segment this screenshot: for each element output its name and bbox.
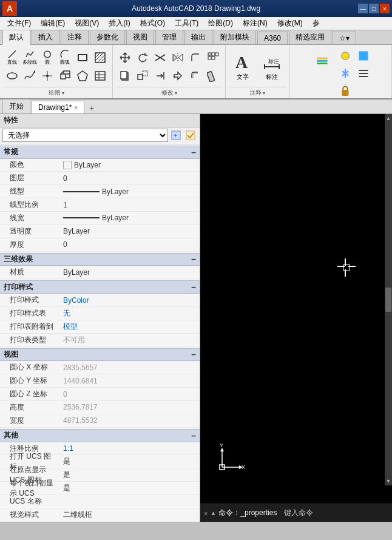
tool-array[interactable]	[204, 49, 221, 66]
scroll-up-btn[interactable]: ▲	[386, 115, 391, 121]
tab-manage[interactable]: 管理	[155, 30, 183, 44]
tool-region[interactable]	[74, 67, 91, 84]
menu-format[interactable]: 格式(O)	[135, 17, 170, 30]
tab-view[interactable]: 视图	[126, 30, 154, 44]
prop-row-ucs-name: UCS 名称	[0, 495, 200, 508]
menu-view[interactable]: 视图(V)	[70, 17, 104, 30]
svg-rect-38	[207, 71, 215, 82]
tool-block[interactable]	[56, 67, 73, 84]
tool-arc[interactable]: 圆弧	[56, 49, 73, 66]
prop-row-ucs-viewport: 每个视口都显示 UCS 是	[0, 482, 200, 495]
command-close-btn[interactable]: ×	[204, 510, 208, 517]
scroll-down-btn[interactable]: ▼	[386, 478, 391, 484]
tool-fillet[interactable]	[187, 49, 204, 66]
panel-draw-arrow[interactable]: ▾	[62, 90, 64, 96]
tool-offset[interactable]	[187, 67, 204, 84]
tool-layer-on[interactable]	[337, 47, 354, 64]
panel-annotation-label[interactable]: 注释 ▾	[229, 87, 285, 97]
section-other[interactable]: 其他 –	[0, 429, 200, 442]
tool-rect[interactable]	[74, 49, 91, 66]
menu-modify[interactable]: 修改(M)	[272, 17, 308, 30]
menu-dimension[interactable]: 标注(N)	[238, 17, 272, 30]
tool-polyline[interactable]: 多段线	[21, 49, 38, 66]
tab-star[interactable]: ☆▾	[333, 32, 356, 44]
menu-edit[interactable]: 编辑(E)	[36, 17, 70, 30]
section-general[interactable]: 常规 –	[0, 146, 200, 159]
draw-tools-row1: 直线 多段线 圆 圆弧	[4, 49, 109, 66]
tool-scale[interactable]	[134, 67, 151, 84]
section-view-toggle[interactable]: –	[191, 349, 196, 359]
command-expand-btn[interactable]: ▲	[210, 510, 216, 516]
vertical-scrollbar[interactable]: ▲ ▼	[385, 114, 392, 485]
tab-addons[interactable]: 附加模块	[214, 30, 256, 44]
tab-annotate[interactable]: 注释	[61, 30, 89, 44]
tab-output[interactable]: 输出	[184, 30, 212, 44]
menu-insert[interactable]: 插入(I)	[104, 17, 135, 30]
tool-layer-lock[interactable]	[337, 83, 354, 100]
tool-extend[interactable]	[152, 67, 169, 84]
tool-point[interactable]	[39, 67, 56, 84]
properties-quick-select-btn[interactable]	[184, 129, 197, 142]
tab-close-icon[interactable]: ×	[74, 104, 78, 111]
tool-copy[interactable]	[117, 67, 133, 84]
scroll-thumb[interactable]	[385, 288, 391, 312]
window-controls[interactable]: — □ ×	[358, 4, 390, 13]
panel-annotation-arrow[interactable]: ▾	[263, 90, 265, 96]
tool-hatch[interactable]	[92, 49, 109, 66]
tool-move[interactable]	[117, 49, 133, 66]
properties-add-btn[interactable]: +	[169, 129, 183, 142]
tool-spline[interactable]	[21, 67, 38, 84]
tool-layer-freeze[interactable]	[337, 65, 354, 82]
section-general-toggle[interactable]: –	[191, 147, 196, 157]
svg-point-1	[44, 51, 51, 58]
drawing-canvas[interactable]: Y X ▲ ▼	[200, 114, 392, 504]
close-button[interactable]: ×	[380, 4, 390, 13]
panel-modify-arrow[interactable]: ▾	[175, 90, 177, 96]
svg-rect-46	[317, 62, 328, 64]
properties-select[interactable]: 无选择	[2, 129, 168, 142]
tool-layer-properties[interactable]	[309, 47, 336, 74]
prop-row-thickness: 厚度 0	[0, 238, 200, 252]
svg-point-47	[342, 52, 350, 60]
section-view[interactable]: 视图 –	[0, 348, 200, 362]
main-area: Y X ▲ ▼ × ▲ 命令：_properties 键入命令	[200, 114, 392, 522]
section-other-toggle[interactable]: –	[191, 431, 196, 440]
command-input-hint[interactable]: 键入命令	[284, 508, 313, 518]
properties-title: 特性	[0, 114, 200, 127]
tool-erase[interactable]	[204, 67, 221, 84]
tool-line[interactable]: 直线	[4, 49, 21, 66]
section-print-toggle[interactable]: –	[191, 282, 196, 292]
section-3d-toggle[interactable]: –	[191, 254, 196, 264]
maximize-button[interactable]: □	[369, 4, 379, 13]
tool-ellipse[interactable]	[4, 67, 21, 84]
new-tab-button[interactable]: +	[86, 103, 98, 113]
tab-parametric[interactable]: 参数化	[90, 30, 125, 44]
minimize-button[interactable]: —	[358, 4, 368, 13]
tool-layer-color[interactable]	[355, 47, 372, 64]
tab-featured[interactable]: 精选应用	[289, 30, 331, 44]
tool-text[interactable]: A 文字	[229, 50, 256, 84]
section-print[interactable]: 打印样式 –	[0, 280, 200, 294]
tab-start[interactable]: 开始	[2, 99, 30, 113]
section-3d[interactable]: 三维效果 –	[0, 253, 200, 266]
tool-trim[interactable]	[152, 49, 169, 66]
tool-layer-list[interactable]	[355, 65, 372, 82]
tool-rotate[interactable]	[134, 49, 151, 66]
prop-row-layer: 图层 0	[0, 172, 200, 185]
tab-a360[interactable]: A360	[257, 32, 288, 44]
svg-rect-33	[121, 72, 127, 79]
menu-file[interactable]: 文件(F)	[2, 17, 36, 30]
tool-table[interactable]	[92, 67, 109, 84]
panel-draw-label[interactable]: 绘图 ▾	[4, 87, 109, 97]
tool-mirror[interactable]	[169, 49, 186, 66]
tab-default[interactable]: 默认	[2, 30, 30, 45]
tab-drawing1[interactable]: Drawing1* ×	[32, 101, 84, 113]
menu-draw[interactable]: 绘图(D)	[203, 17, 238, 30]
tab-insert[interactable]: 插入	[32, 30, 59, 44]
tool-dimension[interactable]: 标注 标注	[259, 50, 285, 84]
tool-stretch[interactable]	[169, 67, 186, 84]
menu-more[interactable]: 参	[308, 17, 325, 30]
menu-tools[interactable]: 工具(T)	[170, 17, 203, 30]
tool-circle[interactable]: 圆	[39, 49, 56, 66]
panel-modify-label[interactable]: 修改 ▾	[117, 87, 221, 97]
